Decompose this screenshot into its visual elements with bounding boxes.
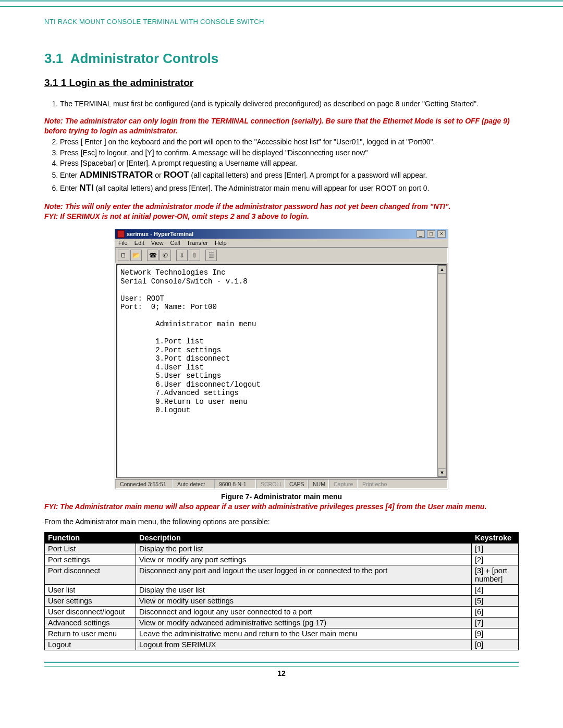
- cell-keystroke: [7]: [472, 617, 519, 628]
- terminal-body[interactable]: Network Technologies Inc Serial Console/…: [116, 264, 447, 478]
- section-heading: 3.1 Administrator Controls: [44, 51, 519, 67]
- window-title: serimux - HyperTerminal: [127, 231, 193, 237]
- kw-administrator: ADMINISTRATOR: [79, 170, 153, 180]
- subsection-number: 3.1 1: [44, 77, 66, 88]
- cell-function: User settings: [45, 595, 136, 606]
- menu-file[interactable]: File: [118, 240, 128, 246]
- note-password: Note: This will only enter the administr…: [44, 202, 519, 212]
- note-poweron: FYI: If SERIMUX is not at initial power-…: [44, 212, 519, 221]
- note-block: Note: This will only enter the administr…: [44, 202, 519, 221]
- subsection-heading: 3.1 1 Login as the administrator: [44, 77, 519, 89]
- cell-keystroke: [4]: [472, 584, 519, 595]
- app-icon: [117, 230, 125, 238]
- section-title: Administrator Controls: [70, 51, 219, 66]
- table-row: User settingsView or modify user setting…: [45, 595, 519, 606]
- col-keystroke: Keystroke: [472, 532, 519, 543]
- login-step-list: The TERMINAL must first be configured (a…: [44, 99, 519, 109]
- cell-function: Return to user menu: [45, 628, 136, 639]
- table-row: User disconnect/logoutDisconnect and log…: [45, 606, 519, 617]
- cell-description: Logout from SERIMUX: [136, 639, 472, 650]
- login-step-list-cont: Press [ Enter ] on the keyboard and the …: [44, 137, 519, 195]
- table-row: Port disconnectDisconnect any port and l…: [45, 565, 519, 584]
- cell-description: Display the port list: [136, 543, 472, 554]
- cell-function: Port List: [45, 543, 136, 554]
- step-5-text-c: or: [153, 171, 163, 179]
- table-row: Return to user menuLeave the administrat…: [45, 628, 519, 639]
- note-admin-serial: Note: The administrator can only login f…: [44, 116, 519, 136]
- status-baud: 9600 8-N-1: [214, 479, 256, 489]
- status-capture: Capture: [329, 479, 358, 489]
- menu-edit[interactable]: Edit: [134, 240, 144, 246]
- step-4: Press [Spacebar] or [Enter]. A prompt re…: [60, 158, 519, 168]
- menu-view[interactable]: View: [151, 240, 164, 246]
- section-number: 3.1: [44, 51, 63, 66]
- hyperterminal-window: serimux - HyperTerminal _ □ × File Edit …: [115, 229, 448, 489]
- vertical-scrollbar[interactable]: ▲ ▼: [437, 265, 446, 477]
- cell-description: Display the user list: [136, 584, 472, 595]
- menu-transfer[interactable]: Transfer: [187, 240, 208, 246]
- cell-function: User disconnect/logout: [45, 606, 136, 617]
- step-6-text-c: (all capital letters) and press [Enter].…: [94, 184, 430, 192]
- step-6-text-a: Enter: [60, 184, 79, 192]
- cell-keystroke: [0]: [472, 639, 519, 650]
- table-row: LogoutLogout from SERIMUX[0]: [45, 639, 519, 650]
- kw-nti: NTI: [79, 183, 93, 193]
- page-number: 12: [44, 669, 519, 677]
- menu-call[interactable]: Call: [170, 240, 180, 246]
- step-2: Press [ Enter ] on the keyboard and the …: [60, 137, 519, 147]
- cell-function: Port settings: [45, 554, 136, 565]
- figure-caption: Figure 7- Administrator main menu: [44, 492, 519, 501]
- hangup-icon[interactable]: ✆: [160, 250, 171, 261]
- table-row: Port settingsView or modify any port set…: [45, 554, 519, 565]
- cell-keystroke: [9]: [472, 628, 519, 639]
- cell-description: Disconnect and logout any user connected…: [136, 606, 472, 617]
- cell-description: View or modify advanced administrative s…: [136, 617, 472, 628]
- cell-function: Port disconnect: [45, 565, 136, 584]
- cell-function: Advanced settings: [45, 617, 136, 628]
- window-titlebar[interactable]: serimux - HyperTerminal _ □ ×: [115, 229, 448, 239]
- status-echo: Print echo: [358, 479, 448, 489]
- open-icon[interactable]: 📂: [130, 250, 142, 261]
- step-5: Enter ADMINISTRATOR or ROOT (all capital…: [60, 169, 519, 181]
- status-caps: CAPS: [285, 479, 308, 489]
- subsection-title: Login as the administrator: [69, 77, 194, 88]
- step-3: Press [Esc] to logout, and [Y] to confir…: [60, 148, 519, 158]
- toolbar: 🗋 📂 ☎ ✆ ⇩ ⇧ ☰: [115, 248, 448, 263]
- function-table: Function Description Keystroke Port List…: [44, 532, 519, 650]
- status-detect: Auto detect: [173, 479, 214, 489]
- close-icon[interactable]: ×: [437, 230, 446, 238]
- cell-function: Logout: [45, 639, 136, 650]
- step-1: The TERMINAL must first be configured (a…: [60, 99, 519, 109]
- cell-description: View or modify user settings: [136, 595, 472, 606]
- cell-description: Disconnect any port and logout the user …: [136, 565, 472, 584]
- cell-keystroke: [1]: [472, 543, 519, 554]
- fyi-after-figure: FYI: The Administrator main menu will al…: [44, 502, 519, 512]
- kw-root: ROOT: [164, 170, 189, 180]
- send-icon[interactable]: ⇩: [176, 250, 188, 261]
- minimize-icon[interactable]: _: [417, 230, 425, 238]
- cell-keystroke: [3] + [port number]: [472, 565, 519, 584]
- col-description: Description: [136, 532, 472, 543]
- col-function: Function: [45, 532, 136, 543]
- step-5-text-e: (all capital letters) and press [Enter].…: [189, 171, 427, 179]
- scroll-up-icon[interactable]: ▲: [438, 265, 446, 274]
- step-5-text-a: Enter: [60, 171, 79, 179]
- receive-icon[interactable]: ⇧: [189, 250, 200, 261]
- menu-bar[interactable]: File Edit View Call Transfer Help: [115, 239, 448, 248]
- menu-help[interactable]: Help: [215, 240, 227, 246]
- cell-description: View or modify any port settings: [136, 554, 472, 565]
- table-row: Advanced settingsView or modify advanced…: [45, 617, 519, 628]
- cell-keystroke: [2]: [472, 554, 519, 565]
- status-bar: Connected 3:55:51 Auto detect 9600 8-N-1…: [115, 479, 448, 489]
- maximize-icon[interactable]: □: [427, 230, 435, 238]
- step-6: Enter NTI (all capital letters) and pres…: [60, 182, 519, 194]
- properties-icon[interactable]: ☰: [205, 250, 217, 261]
- footer-rule: [44, 661, 519, 665]
- scroll-down-icon[interactable]: ▼: [438, 468, 446, 477]
- call-icon[interactable]: ☎: [147, 250, 158, 261]
- new-icon[interactable]: 🗋: [118, 250, 129, 261]
- status-num: NUM: [308, 479, 329, 489]
- table-row: Port ListDisplay the port list[1]: [45, 543, 519, 554]
- status-time: Connected 3:55:51: [115, 479, 173, 489]
- table-row: User listDisplay the user list[4]: [45, 584, 519, 595]
